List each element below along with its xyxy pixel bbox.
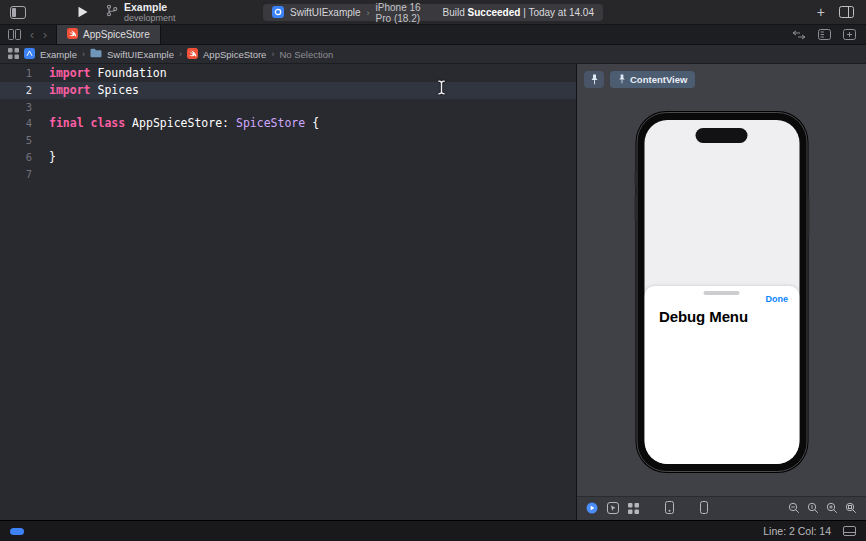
code-line[interactable] <box>40 99 576 116</box>
code-line[interactable] <box>40 132 576 149</box>
line-number[interactable]: 1 <box>0 65 40 82</box>
canvas-area: ContentView Done Debug Menu <box>577 64 866 496</box>
code-token: { <box>305 116 319 130</box>
chevron-icon: › <box>82 49 85 59</box>
debug-menu-sheet[interactable]: Done Debug Menu <box>644 286 799 464</box>
code-line[interactable]: final class AppSpiceStore: SpiceStore { <box>40 115 576 132</box>
build-status-result: Succeeded <box>468 7 521 18</box>
code-token: SpiceStore <box>236 116 305 130</box>
editor-layout-icon[interactable] <box>839 6 854 18</box>
pin-preview-button[interactable] <box>584 71 604 88</box>
volume-button <box>634 171 637 186</box>
activity-view[interactable]: SwiftUIExample › iPhone 16 Pro (18.2) Bu… <box>263 4 603 21</box>
editor-options-icon[interactable] <box>818 26 831 44</box>
breadcrumb-project[interactable]: Example <box>40 49 77 60</box>
live-preview-icon[interactable] <box>586 500 598 518</box>
build-status-prefix: Build <box>443 7 465 18</box>
toolbar-left: Example development <box>0 2 176 23</box>
tab-bar: ‹ › AppSpiceStore <box>0 25 866 45</box>
iphone-preview[interactable]: Done Debug Menu <box>636 112 807 472</box>
line-number[interactable]: 7 <box>0 166 40 183</box>
line-number[interactable]: 3 <box>0 99 40 116</box>
code-token <box>84 116 91 130</box>
tab-appspicestore[interactable]: AppSpiceStore <box>56 25 161 44</box>
preview-pin-bar: ContentView <box>584 71 695 88</box>
line-number[interactable]: 5 <box>0 132 40 149</box>
code-token: final <box>49 116 84 130</box>
breadcrumb-file[interactable]: AppSpiceStore <box>203 49 266 60</box>
chevron-icon: › <box>271 49 274 59</box>
build-status: Build Succeeded | Today at 14.04 <box>443 7 594 18</box>
line-number[interactable]: 2 <box>0 82 40 99</box>
volume-button <box>634 195 637 221</box>
zoom-100-icon[interactable] <box>807 500 819 518</box>
selectable-mode-icon[interactable] <box>607 500 619 518</box>
tabbar-left-icons: ‹ › <box>8 26 47 44</box>
gutter: 1234567 <box>0 64 40 520</box>
pin-icon <box>618 74 626 86</box>
editor-area: 1234567 import Foundationimport Spicesfi… <box>0 64 866 520</box>
app-icon <box>272 6 284 20</box>
iphone-screen[interactable]: Done Debug Menu <box>644 120 799 464</box>
done-button[interactable]: Done <box>766 294 789 304</box>
add-button[interactable]: + <box>817 5 825 19</box>
related-items-icon[interactable] <box>8 48 19 61</box>
progress-indicator <box>10 528 24 535</box>
variants-icon[interactable] <box>628 500 639 518</box>
code-token: Spices <box>91 83 139 97</box>
branch-icon <box>106 3 118 21</box>
active-scheme-label[interactable]: SwiftUIExample <box>290 7 361 18</box>
code-editor[interactable]: 1234567 import Foundationimport Spicesfi… <box>0 64 577 520</box>
preview-canvas: ContentView Done Debug Menu <box>577 64 866 520</box>
bottom-panel-icon[interactable] <box>843 522 856 540</box>
zoom-out-icon[interactable] <box>788 500 800 518</box>
xcode-window: Example development SwiftUIExample › iPh… <box>0 0 866 541</box>
code-token: } <box>49 150 56 164</box>
build-status-time: | Today at 14.04 <box>523 7 594 18</box>
back-button[interactable]: ‹ <box>30 29 34 41</box>
code-line[interactable]: import Foundation <box>40 65 576 82</box>
run-destination-label[interactable]: iPhone 16 Pro (18.2) <box>376 2 437 24</box>
preview-tab-label: ContentView <box>630 74 687 85</box>
branch-name: development <box>124 13 176 23</box>
code-lines: import Foundationimport Spicesfinal clas… <box>40 64 576 520</box>
device-bezels-icon[interactable] <box>700 500 708 518</box>
code-line[interactable]: } <box>40 149 576 166</box>
zoom-controls <box>788 500 857 518</box>
breadcrumb-selection[interactable]: No Selection <box>279 49 333 60</box>
cursor-position-label: Line: 2 Col: 14 <box>763 525 831 537</box>
toolbar: Example development SwiftUIExample › iPh… <box>0 0 866 25</box>
folder-icon <box>90 48 102 60</box>
code-review-icon[interactable] <box>792 26 806 44</box>
project-icon <box>24 48 35 61</box>
scheme-text: Example development <box>124 2 176 23</box>
line-number[interactable]: 6 <box>0 149 40 166</box>
editor-columns-icon[interactable] <box>8 26 21 44</box>
tabbar-right-icons <box>792 26 856 44</box>
scheme-selector[interactable]: Example development <box>106 2 176 23</box>
code-token: AppSpiceStore: <box>125 116 236 130</box>
add-editor-icon[interactable] <box>843 26 856 44</box>
preview-tab-contentview[interactable]: ContentView <box>610 71 695 88</box>
jump-bar: Example › SwiftUIExample › AppSpiceStore… <box>0 45 866 64</box>
zoom-in-icon[interactable] <box>826 500 838 518</box>
code-token: import <box>49 83 91 97</box>
line-number[interactable]: 4 <box>0 115 40 132</box>
code-token: import <box>49 66 91 80</box>
zoom-fit-icon[interactable] <box>845 500 857 518</box>
forward-button[interactable]: › <box>43 29 47 41</box>
code-line[interactable] <box>40 166 576 183</box>
tab-label: AppSpiceStore <box>83 29 150 40</box>
chevron-icon: › <box>179 49 182 59</box>
run-button[interactable] <box>78 6 88 18</box>
swift-file-icon <box>187 48 198 61</box>
dynamic-island <box>696 128 748 143</box>
sidebar-toggle-icon[interactable] <box>10 6 26 19</box>
code-line[interactable]: import Spices <box>40 82 576 99</box>
swift-file-icon <box>67 28 78 41</box>
canvas-bottom-bar <box>577 496 866 520</box>
breadcrumb-group[interactable]: SwiftUIExample <box>107 49 174 60</box>
device-settings-icon[interactable] <box>665 500 674 518</box>
sheet-grabber-icon[interactable] <box>704 291 740 295</box>
code-token: Foundation <box>91 66 167 80</box>
